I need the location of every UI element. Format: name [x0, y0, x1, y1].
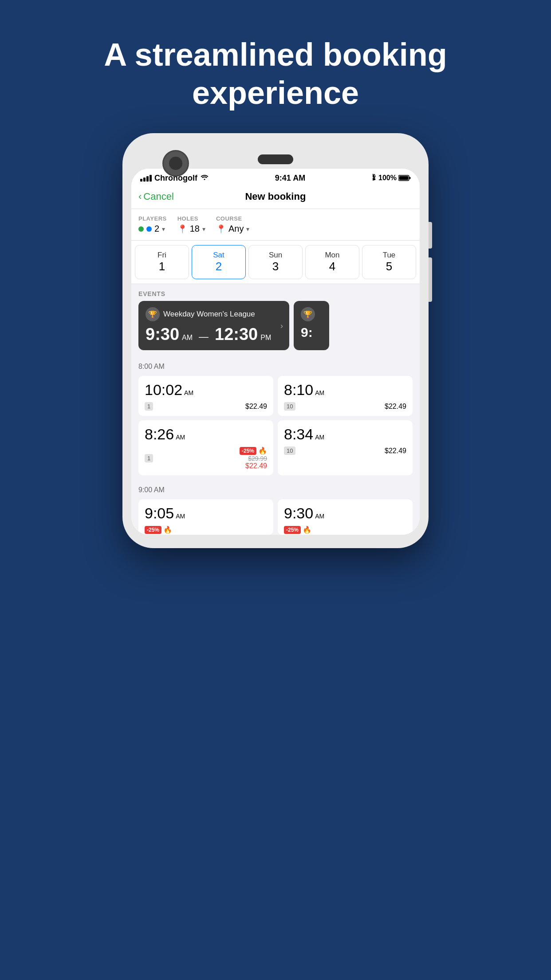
date-day-fri: Fri [138, 251, 186, 260]
date-cell-fri[interactable]: Fri 1 [135, 245, 189, 279]
course-chevron-icon: ▾ [246, 225, 249, 233]
date-cell-sun[interactable]: Sun 3 [248, 245, 303, 279]
tee-price-810: $22.49 [385, 403, 406, 411]
date-num-fri: 1 [138, 260, 186, 273]
discount-top-row-826: -25% 🔥 [240, 447, 267, 455]
cancel-button[interactable]: ‹ Cancel [138, 191, 174, 202]
players-value: 2 [154, 224, 159, 234]
signal-bar-3 [146, 176, 149, 182]
date-day-mon: Mon [308, 251, 356, 260]
phone-earpiece [258, 154, 293, 164]
discount-price-group-826: -25% 🔥 $29.99 $22.49 [240, 447, 267, 470]
tee-grid-2: 9:05 AM -25% 🔥 9:30 AM [131, 498, 420, 535]
events-header: EVENTS [131, 284, 420, 301]
back-chevron-icon: ‹ [138, 191, 142, 202]
nav-bar: ‹ Cancel New booking [131, 187, 420, 209]
course-value-row: 📍 Any ▾ [216, 224, 413, 234]
trophy-icon-2: 🏆 [301, 307, 315, 321]
tee-time-ampm-1002: AM [184, 389, 193, 396]
players-chevron-icon: ▾ [162, 225, 165, 233]
date-cell-mon[interactable]: Mon 4 [305, 245, 359, 279]
battery-icon [398, 175, 411, 181]
signal-bar-1 [140, 179, 142, 182]
tee-card-footer-1002: 1 $22.49 [145, 402, 267, 411]
content-area: EVENTS 🏆 Weekday Women's League 9:30 AM … [131, 284, 420, 535]
event-start-time-2: 9: [301, 325, 313, 340]
svg-rect-2 [409, 177, 410, 179]
players-value-row: 2 ▾ [138, 224, 167, 234]
event-card-header-1: 🏆 Weekday Women's League [146, 307, 282, 321]
event-end-time-1: 12:30 [215, 325, 258, 344]
tee-time-ampm-834: AM [315, 434, 324, 441]
tee-time-big-905: 9:05 [145, 505, 174, 522]
wifi-icon [200, 174, 209, 182]
tee-card-footer-810: 10 $22.49 [284, 402, 406, 411]
players-filter[interactable]: PLAYERS 2 ▾ [138, 215, 167, 234]
date-cell-sat[interactable]: Sat 2 [192, 245, 246, 279]
players-label: PLAYERS [138, 215, 167, 222]
tee-card-footer-826: 1 -25% 🔥 $29.99 $22.49 [145, 447, 267, 470]
battery-percent: 100% [378, 174, 397, 182]
course-value: Any [228, 224, 244, 234]
signal-bar-4 [150, 175, 152, 182]
date-day-sun: Sun [252, 251, 299, 260]
tee-card-826[interactable]: 8:26 AM 1 -25% 🔥 $29.99 $22. [138, 420, 273, 475]
course-label: COURSE [216, 215, 413, 222]
tee-holes-badge-834: 10 [284, 447, 295, 455]
trophy-icon-1: 🏆 [146, 307, 160, 321]
headline-line1: A streamlined booking [104, 37, 447, 72]
tee-time-ampm-810: AM [315, 389, 324, 396]
svg-rect-1 [399, 176, 408, 180]
cancel-label: Cancel [143, 191, 173, 202]
nav-title: New booking [174, 191, 377, 202]
event-card-1[interactable]: 🏆 Weekday Women's League 9:30 AM — 12:30… [138, 301, 289, 350]
tee-time-big-826: 8:26 [145, 426, 174, 443]
holes-value-row: 📍 18 ▾ [177, 224, 205, 234]
tee-card-810[interactable]: 8:10 AM 10 $22.49 [278, 376, 413, 416]
event-chevron-icon-1: › [280, 321, 283, 330]
headline: A streamlined booking experience [0, 0, 551, 139]
holes-filter[interactable]: HOLES 📍 18 ▾ [177, 215, 205, 234]
date-day-sat: Sat [195, 251, 243, 260]
tee-card-930[interactable]: 9:30 AM -25% 🔥 [278, 499, 413, 535]
date-num-tue: 5 [365, 260, 413, 273]
date-num-sat: 2 [195, 260, 243, 273]
date-cell-tue[interactable]: Tue 5 [362, 245, 416, 279]
phone-side-btn-volume [429, 257, 432, 302]
phone-side-btn-power [429, 222, 432, 249]
tee-card-1002[interactable]: 10:02 AM 1 $22.49 [138, 376, 273, 416]
tee-time-ampm-826: AM [176, 434, 185, 441]
tee-price-original-826: $29.99 [248, 455, 267, 462]
event-end-ampm-1: PM [260, 334, 271, 342]
tee-section-header-1: 8:00 AM [131, 359, 420, 374]
event-card-2[interactable]: 🏆 9: [294, 301, 329, 350]
date-num-mon: 4 [308, 260, 356, 273]
tee-section-2: 9:00 AM 9:05 AM -25% 🔥 [131, 480, 420, 535]
tee-time-row-810: 8:10 AM [284, 381, 406, 399]
status-time: 9:41 AM [275, 174, 305, 183]
course-filter[interactable]: COURSE 📍 Any ▾ [216, 215, 413, 234]
event-start-time-1: 9:30 [146, 325, 179, 344]
filters-section: PLAYERS 2 ▾ HOLES 📍 18 ▾ COURSE [131, 209, 420, 241]
phone-camera [162, 150, 189, 177]
tee-holes-badge-826: 1 [145, 454, 153, 462]
dot-blue-icon [146, 226, 152, 232]
headline-line2: experience [192, 75, 359, 111]
tee-time-big-834: 8:34 [284, 426, 313, 443]
date-day-tue: Tue [365, 251, 413, 260]
holes-label: HOLES [177, 215, 205, 222]
tee-price-834: $22.49 [385, 447, 406, 455]
event-times-1: 9:30 AM — 12:30 PM [146, 325, 282, 344]
tee-time-row-930: 9:30 AM [284, 505, 406, 522]
holes-chevron-icon: ▾ [202, 225, 205, 233]
tee-time-row-1002: 10:02 AM [145, 381, 267, 399]
tee-card-905[interactable]: 9:05 AM -25% 🔥 [138, 499, 273, 535]
tee-grid-1: 10:02 AM 1 $22.49 8:10 AM [131, 374, 420, 480]
fire-icon-826: 🔥 [258, 447, 267, 455]
phone-screen: Chronogolf 9:41 AM 100% [131, 169, 420, 535]
tee-time-ampm-930: AM [315, 513, 324, 520]
date-selector: Fri 1 Sat 2 Sun 3 Mon 4 Tue 5 [131, 241, 420, 284]
holes-value: 18 [190, 224, 200, 234]
tee-card-834[interactable]: 8:34 AM 10 $22.49 [278, 420, 413, 475]
fire-icon-905: 🔥 [163, 526, 172, 534]
